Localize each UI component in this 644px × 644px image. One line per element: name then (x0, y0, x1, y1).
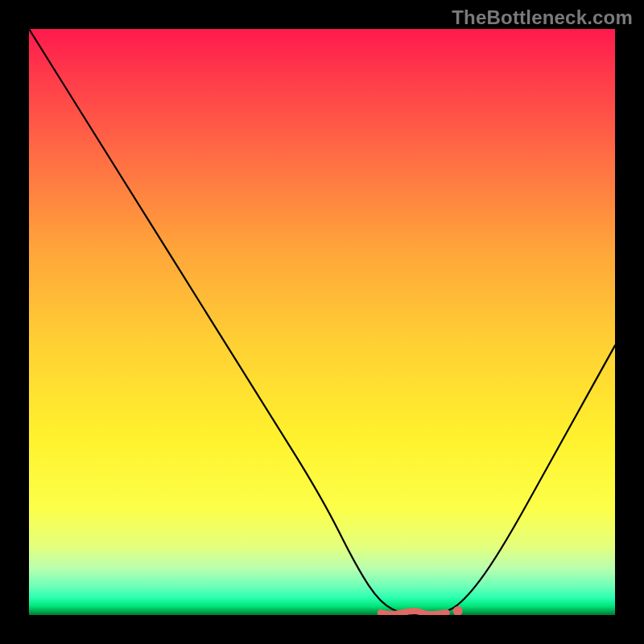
watermark-text: TheBottleneck.com (452, 6, 633, 29)
severity-gradient (29, 29, 615, 615)
chart-root: TheBottleneck.com (0, 0, 644, 644)
plot-area (29, 29, 615, 615)
